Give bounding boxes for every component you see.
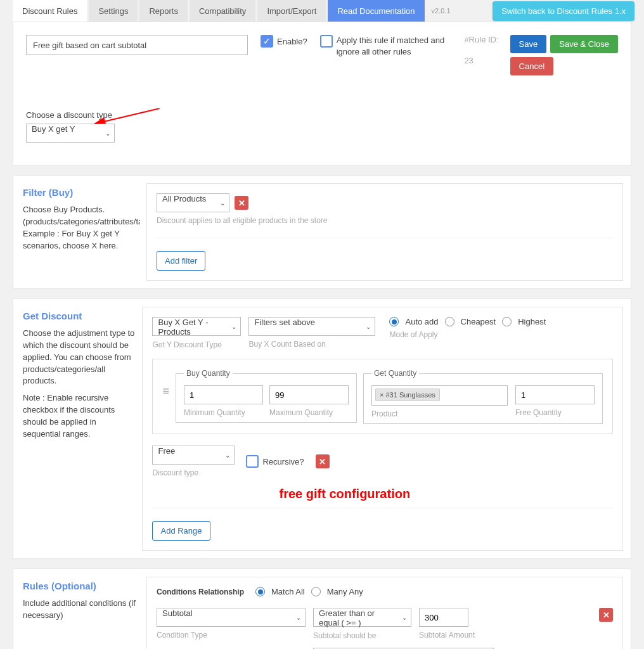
- tab-import-export[interactable]: Import/Export: [257, 0, 326, 22]
- mode-highest-radio[interactable]: [502, 317, 512, 326]
- match-all-radio[interactable]: [255, 587, 265, 596]
- buyx-count-label: Buy X Count Based on: [248, 340, 375, 349]
- discount-type-free-select[interactable]: Free ⌄: [152, 446, 235, 465]
- gety-type-select[interactable]: Buy X Get Y - Products ⌄: [152, 317, 241, 336]
- min-qty-input[interactable]: [184, 385, 263, 404]
- amount-label: Subtotal Amount: [419, 631, 475, 639]
- many-any-label: Many Any: [327, 587, 363, 596]
- product-label: Product: [371, 409, 508, 418]
- rule-title-input[interactable]: [26, 35, 248, 55]
- annotation-text: free gift configuration: [279, 487, 613, 501]
- max-qty-input[interactable]: [269, 385, 349, 404]
- condition-type-label: Condition Type: [157, 631, 306, 639]
- discount-type-select[interactable]: Buy X get Y ⌄: [26, 124, 115, 143]
- add-filter-button[interactable]: Add filter: [157, 251, 205, 271]
- discount-type-label: Choose a discount type: [26, 110, 618, 120]
- operator-select[interactable]: Greater than or equal ( >= ) ⌄: [313, 608, 411, 627]
- cancel-button[interactable]: Cancel: [510, 57, 553, 75]
- condition-delete-button[interactable]: ✕: [599, 608, 613, 622]
- apply-rule-checkbox[interactable]: [320, 35, 333, 48]
- free-qty-label: Free Quantity: [515, 408, 595, 417]
- filter-heading: Filter (Buy): [23, 187, 140, 198]
- buy-qty-legend: Buy Quantity: [184, 369, 233, 378]
- filter-desc: Choose Buy Products. (products/categorie…: [23, 204, 140, 252]
- buyx-count-select[interactable]: Filters set above ⌄: [248, 317, 375, 336]
- subtotal-amount-input[interactable]: [419, 608, 468, 627]
- tab-bar: Discount Rules Settings Reports Compatib…: [0, 0, 644, 22]
- drag-handle-icon[interactable]: ≡: [162, 385, 169, 398]
- mode-label: Mode of Apply: [389, 330, 546, 339]
- version-label: v2.0.1: [432, 7, 451, 15]
- recursive-checkbox[interactable]: [246, 455, 259, 468]
- many-any-radio[interactable]: [311, 587, 321, 596]
- match-all-label: Match All: [271, 587, 305, 596]
- discount-desc1: Choose the adjustment type to which the …: [23, 328, 136, 387]
- buy-quantity-fieldset: Buy Quantity Minimum Quantity Maximum Qu…: [176, 369, 357, 423]
- tab-discount-rules[interactable]: Discount Rules: [13, 0, 87, 22]
- operator-label: Subtotal should be: [313, 631, 411, 640]
- mode-highest-label: Highest: [518, 317, 546, 326]
- free-qty-input[interactable]: [515, 385, 595, 404]
- filter-hint: Discount applies to all eligible product…: [157, 216, 613, 225]
- rel-label: Conditions Relationship: [157, 588, 244, 596]
- discount-desc2: Note : Enable recursive checkbox if the …: [23, 392, 136, 440]
- enable-checkbox[interactable]: ✓: [261, 35, 273, 48]
- tab-compatibility[interactable]: Compatibility: [190, 0, 255, 22]
- save-close-button[interactable]: Save & Close: [550, 35, 618, 53]
- mode-auto-radio[interactable]: [389, 317, 399, 326]
- recursive-label: Recursive?: [262, 457, 304, 466]
- tab-read-docs[interactable]: Read Documentation: [328, 0, 424, 22]
- enable-label: Enable?: [277, 37, 307, 46]
- mode-cheapest-label: Cheapest: [461, 317, 496, 326]
- tab-reports[interactable]: Reports: [139, 0, 188, 22]
- min-qty-label: Minimum Quantity: [184, 408, 263, 417]
- save-button[interactable]: Save: [510, 35, 547, 53]
- range-delete-button[interactable]: ✕: [316, 454, 330, 468]
- product-tag[interactable]: × #31 Sunglasses: [375, 389, 440, 401]
- product-tags-input[interactable]: × #31 Sunglasses: [371, 385, 508, 406]
- rule-id-value: 23: [464, 56, 498, 65]
- gety-type-label: Get Y Discount Type: [152, 340, 241, 349]
- apply-rule-label: Apply this rule if matched and ignore al…: [337, 35, 451, 58]
- rules-desc: Include additional conditions (if necess…: [23, 598, 140, 622]
- mode-cheapest-radio[interactable]: [445, 317, 454, 326]
- filter-delete-button[interactable]: ✕: [235, 196, 248, 210]
- filter-product-select[interactable]: All Products ⌄: [157, 193, 229, 212]
- rule-id-label: #Rule ID:: [464, 35, 498, 44]
- rule-header-panel: ✓ Enable? Apply this rule if matched and…: [13, 22, 631, 165]
- mode-auto-label: Auto add: [405, 317, 438, 326]
- discount-section: Get Discount Choose the adjustment type …: [13, 299, 631, 559]
- filter-section: Filter (Buy) Choose Buy Products. (produ…: [13, 175, 631, 289]
- condition-type-select[interactable]: Subtotal ⌄: [157, 608, 306, 627]
- discount-heading: Get Discount: [23, 311, 136, 321]
- disc-type-label: Discount type: [152, 468, 235, 477]
- add-range-button[interactable]: Add Range: [152, 521, 210, 541]
- tab-settings[interactable]: Settings: [89, 0, 138, 22]
- rules-section: Rules (Optional) Include additional cond…: [13, 569, 631, 649]
- get-qty-legend: Get Quantity: [371, 369, 419, 378]
- max-qty-label: Maximum Quantity: [269, 408, 349, 417]
- switch-back-button[interactable]: Switch back to Discount Rules 1.x: [493, 1, 634, 21]
- get-quantity-fieldset: Get Quantity × #31 Sunglasses Product Fr…: [363, 369, 603, 424]
- rules-heading: Rules (Optional): [23, 581, 140, 591]
